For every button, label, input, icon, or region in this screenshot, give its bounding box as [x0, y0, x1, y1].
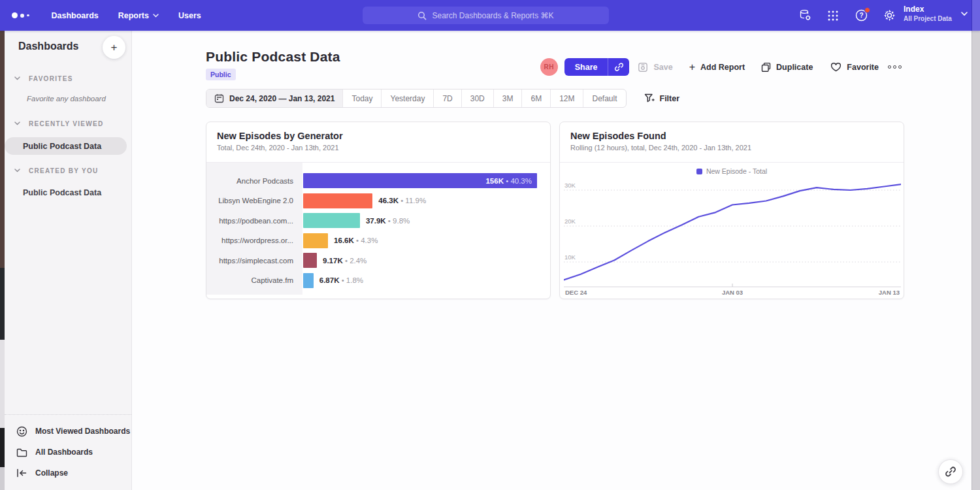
sidebar-section-created-by-you[interactable]: CREATED BY YOU	[5, 165, 131, 176]
svg-text:?: ?	[859, 12, 863, 19]
favorite-label: Favorite	[847, 63, 879, 72]
x-tick-jan03: JAN 03	[722, 289, 743, 296]
sidebar-item-label: Public Podcast Data	[23, 142, 101, 151]
filter-button[interactable]: Filter	[644, 93, 680, 103]
chart-legend[interactable]: New Episode - Total	[560, 167, 904, 175]
nav-item-dashboards[interactable]: Dashboards	[52, 11, 99, 20]
floating-copy-link-button[interactable]	[938, 459, 963, 484]
sidebar-item-public-podcast-data-created[interactable]: Public Podcast Data	[23, 188, 101, 197]
filter-funnel-icon	[644, 93, 655, 103]
bar-segment[interactable]	[303, 193, 372, 208]
bar-value-label: 37.9K • 9.8%	[366, 217, 410, 225]
background-window-strip	[0, 31, 5, 490]
chevron-down-icon	[14, 76, 20, 80]
bar-category-label: https://podbean.com...	[206, 217, 293, 225]
add-report-button[interactable]: + Add Report	[689, 61, 745, 73]
add-report-label: Add Report	[700, 63, 745, 72]
bar-value-label: 16.6K • 4.3%	[334, 237, 378, 244]
bar-row: https://simplecast.com9.17K • 2.4%	[206, 252, 550, 269]
folder-icon	[16, 448, 27, 457]
scrollbar-track[interactable]	[972, 31, 980, 490]
nav-item-reports[interactable]: Reports	[118, 11, 159, 20]
card-subtitle: Total, Dec 24th, 2020 - Jan 13th, 2021	[217, 144, 540, 152]
sidebar-title: Dashboards	[18, 41, 78, 52]
date-preset-7d[interactable]: 7D	[433, 90, 461, 107]
card-new-episodes-by-generator[interactable]: New Episodes by Generator Total, Dec 24t…	[206, 122, 551, 299]
search-input[interactable]: Search Dashboards & Reports ⌘K	[363, 7, 609, 24]
top-navbar: Dashboards Reports Users Search Dashboar…	[0, 0, 980, 31]
save-label: Save	[653, 63, 672, 72]
sidebar-item-public-podcast-data[interactable]: Public Podcast Data	[5, 137, 127, 155]
legend-swatch	[696, 169, 702, 174]
help-icon[interactable]: ?	[855, 9, 868, 22]
data-management-icon[interactable]	[798, 9, 811, 22]
footer-label: Most Viewed Dashboards	[35, 427, 130, 436]
sidebar-section-recently-viewed[interactable]: RECENTLY VIEWED	[5, 118, 131, 129]
chevron-down-icon	[14, 122, 20, 125]
smiley-icon	[16, 426, 27, 437]
new-dashboard-button[interactable]: +	[103, 36, 125, 59]
bar-segment[interactable]	[303, 233, 328, 248]
share-button[interactable]: Share	[564, 58, 630, 76]
date-preset-6m[interactable]: 6M	[521, 90, 550, 107]
more-options-button[interactable]	[888, 65, 902, 69]
calendar-icon	[214, 93, 224, 103]
notification-badge	[864, 7, 870, 13]
nav-edge-strip	[972, 0, 980, 31]
project-name: All Project Data	[904, 14, 952, 23]
footer-label: Collapse	[35, 468, 68, 478]
date-preset-yesterday[interactable]: Yesterday	[381, 90, 433, 107]
filter-label: Filter	[660, 94, 680, 103]
plus-icon: +	[689, 61, 695, 73]
bar-row: https://podbean.com...37.9K • 9.8%	[206, 212, 550, 229]
date-preset-12m[interactable]: 12M	[550, 90, 583, 107]
date-preset-default[interactable]: Default	[583, 90, 625, 107]
search-placeholder: Search Dashboards & Reports ⌘K	[432, 11, 553, 20]
save-button[interactable]: Save	[638, 62, 672, 73]
favorites-empty-hint: Favorite any dashboard	[27, 95, 106, 103]
line-series[interactable]	[564, 184, 901, 280]
card-title: New Episodes Found	[570, 131, 893, 141]
duplicate-label: Duplicate	[776, 63, 813, 72]
copy-link-button[interactable]	[608, 58, 629, 76]
avatar[interactable]: RH	[540, 58, 558, 76]
date-presets: TodayYesterday7D30D3M6M12MDefault	[342, 90, 625, 107]
line-chart-svg[interactable]	[564, 177, 901, 288]
sidebar: Dashboards + FAVORITES Favorite any dash…	[5, 31, 132, 490]
bar-category-label: https://wordpress.or...	[206, 237, 293, 244]
bar-segment[interactable]	[303, 273, 314, 288]
project-switcher[interactable]: Index All Project Data	[904, 5, 968, 23]
most-viewed-dashboards-button[interactable]: Most Viewed Dashboards	[5, 421, 131, 442]
sidebar-section-favorites[interactable]: FAVORITES	[5, 73, 131, 84]
duplicate-button[interactable]: Duplicate	[761, 62, 813, 73]
link-icon	[945, 466, 956, 478]
card-new-episodes-found[interactable]: New Episodes Found Rolling (12 hours), t…	[559, 122, 904, 299]
apps-grid-icon[interactable]	[826, 9, 840, 22]
nav-item-users[interactable]: Users	[178, 11, 201, 20]
card-subtitle: Rolling (12 hours), total, Dec 24th, 202…	[570, 144, 893, 152]
bar-value-label: 9.17K • 2.4%	[323, 257, 367, 265]
bar-chart: Anchor Podcasts156K • 40.3%Libsyn WebEng…	[206, 163, 550, 299]
date-range-picker[interactable]: Dec 24, 2020 — Jan 13, 2021	[206, 90, 342, 107]
mixpanel-logo-icon[interactable]	[12, 12, 29, 18]
date-preset-today[interactable]: Today	[342, 90, 381, 107]
date-preset-3m[interactable]: 3M	[493, 90, 522, 107]
bar-segment[interactable]	[303, 213, 360, 228]
bar-value-label: 156K • 40.3%	[464, 177, 532, 185]
bar-row: https://wordpress.or...16.6K • 4.3%	[206, 232, 550, 250]
bar-row: Captivate.fm6.87K • 1.8%	[206, 272, 550, 289]
bar-value-label: 6.87K • 1.8%	[319, 276, 363, 284]
bar-segment[interactable]	[303, 253, 317, 268]
duplicate-icon	[761, 62, 771, 73]
chevron-down-icon	[961, 12, 968, 16]
all-dashboards-button[interactable]: All Dashboards	[5, 442, 131, 463]
settings-gear-icon[interactable]	[883, 9, 896, 22]
favorite-button[interactable]: Favorite	[830, 62, 879, 72]
nav-label: Reports	[118, 11, 149, 20]
legend-label: New Episode - Total	[706, 167, 767, 175]
date-preset-30d[interactable]: 30D	[461, 90, 493, 107]
collapse-sidebar-button[interactable]: Collapse	[5, 463, 131, 483]
link-icon	[614, 62, 624, 72]
nav-label: Users	[178, 11, 201, 20]
collapse-icon	[16, 468, 27, 478]
